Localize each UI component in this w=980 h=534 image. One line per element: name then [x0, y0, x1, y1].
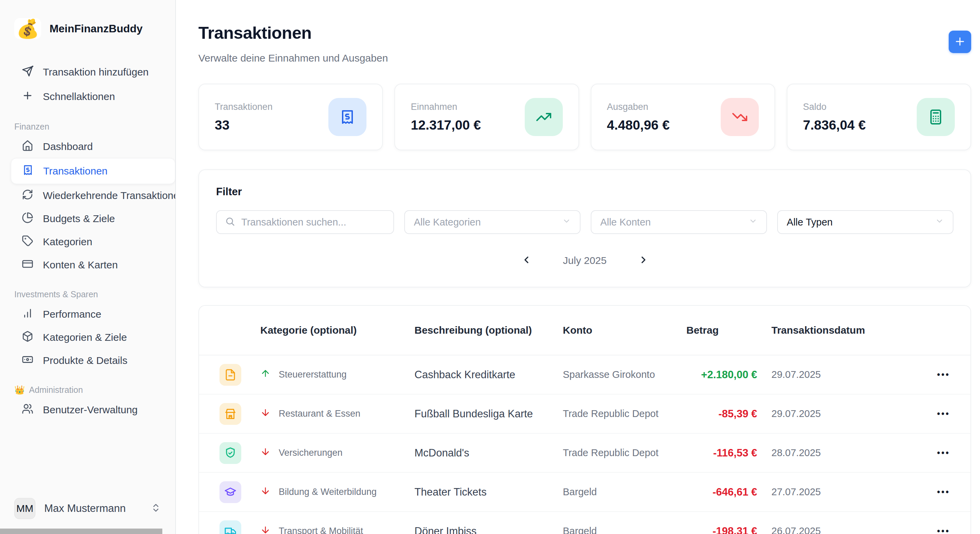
- sidebar-item-budgets-ziele[interactable]: Budgets & Ziele: [0, 207, 175, 230]
- file-icon: [220, 364, 241, 386]
- row-description: Cashback Kreditkarte: [414, 369, 563, 381]
- receipt-icon: [22, 164, 34, 178]
- send-icon: [22, 65, 33, 79]
- bar-chart-icon: [22, 307, 33, 321]
- account-filter-select[interactable]: Alle Konten: [591, 210, 767, 234]
- row-date: 27.07.2025: [757, 486, 909, 497]
- brand-name: MeinFinanzBuddy: [49, 22, 143, 35]
- plus-icon: [954, 35, 966, 49]
- row-description: Fußball Bundesliga Karte: [414, 408, 563, 420]
- row-category: Transport & Mobilität: [279, 526, 363, 534]
- stat-label: Saldo: [803, 102, 865, 112]
- stat-cards: Transaktionen 33 Einnahmen 12.317,00 € A…: [198, 84, 971, 150]
- table-row[interactable]: Transport & Mobilität Döner Imbiss Barge…: [199, 512, 970, 534]
- row-category: Versicherungen: [279, 448, 343, 458]
- plus-icon: [22, 90, 33, 104]
- add-transaction-button[interactable]: [949, 30, 971, 53]
- search-input[interactable]: [241, 217, 385, 228]
- row-date: 28.07.2025: [757, 447, 909, 458]
- table-header-row: Kategorie (optional) Beschreibung (optio…: [199, 306, 970, 356]
- sidebar-item-label: Wiederkehrende Transaktionen: [43, 190, 175, 201]
- stat-label: Transaktionen: [215, 102, 272, 112]
- credit-card-icon: [22, 258, 33, 272]
- home-icon: [22, 140, 33, 154]
- calculator-icon: [917, 98, 955, 136]
- row-menu-button[interactable]: •••: [937, 448, 950, 458]
- sidebar-item-label: Konten & Karten: [43, 259, 118, 271]
- sidebar-item-dashboard[interactable]: Dashboard: [0, 135, 175, 158]
- table-row[interactable]: Steuererstattung Cashback Kreditkarte Sp…: [199, 356, 970, 394]
- row-account: Sparkasse Girokonto: [563, 369, 675, 380]
- users-icon: [22, 403, 33, 417]
- avatar: MM: [14, 498, 35, 519]
- row-account: Trade Republic Depot: [563, 408, 675, 420]
- sidebar-item-label: Schnellaktionen: [43, 91, 115, 102]
- store-icon: [220, 403, 241, 425]
- chevrons-up-down-icon: [151, 503, 161, 514]
- sidebar-item-label: Performance: [43, 308, 102, 320]
- horizontal-scrollbar[interactable]: [0, 529, 162, 534]
- table-row[interactable]: Bildung & Weiterbildung Theater Tickets …: [199, 473, 970, 512]
- search-icon: [225, 216, 235, 228]
- sidebar-item-transaktionen[interactable]: Transaktionen: [11, 158, 175, 184]
- page-title: Transaktionen: [198, 23, 388, 43]
- sidebar: 💰 MeinFinanzBuddy Transaktion hinzufügen…: [0, 0, 176, 534]
- user-menu[interactable]: MM Max Mustermann: [0, 498, 175, 519]
- column-header-beschreibung: Beschreibung (optional): [414, 324, 563, 336]
- row-menu-button[interactable]: •••: [937, 370, 950, 380]
- crown-icon: 👑: [14, 385, 25, 395]
- stat-value: 4.480,96 €: [607, 118, 670, 133]
- sidebar-item-konten-karten[interactable]: Konten & Karten: [0, 253, 175, 277]
- sidebar-item-performance[interactable]: Performance: [0, 303, 175, 326]
- column-header-konto: Konto: [563, 324, 675, 336]
- box-icon: [22, 331, 33, 345]
- current-month-label: July 2025: [554, 255, 616, 266]
- sidebar-item-add-transaction[interactable]: Transaktion hinzufügen: [0, 60, 175, 84]
- row-category: Bildung & Weiterbildung: [279, 487, 377, 497]
- sidebar-item-label: Kategorien & Ziele: [43, 332, 127, 343]
- arrow-up-icon: [260, 368, 270, 381]
- previous-month-button[interactable]: [521, 254, 532, 266]
- next-month-button[interactable]: [638, 254, 649, 266]
- filter-title: Filter: [216, 186, 953, 198]
- arrow-down-icon: [260, 486, 270, 498]
- transactions-table: Kategorie (optional) Beschreibung (optio…: [198, 305, 971, 534]
- arrow-down-icon: [260, 525, 270, 534]
- table-row[interactable]: Restaurant & Essen Fußball Bundesliga Ka…: [199, 394, 970, 434]
- banknote-icon: [22, 354, 33, 368]
- sidebar-item-quick-actions[interactable]: Schnellaktionen: [0, 84, 175, 109]
- row-menu-button[interactable]: •••: [937, 526, 950, 534]
- main-content: Transaktionen Verwalte deine Einnahmen u…: [176, 0, 980, 534]
- sidebar-item-benutzer-verwaltung[interactable]: Benutzer-Verwaltung: [0, 398, 175, 421]
- sidebar-item-label: Kategorien: [43, 236, 92, 248]
- chevron-right-icon: [638, 254, 649, 266]
- row-menu-button[interactable]: •••: [937, 487, 950, 497]
- chevron-left-icon: [521, 254, 532, 266]
- row-account: Trade Republic Depot: [563, 447, 675, 458]
- category-filter-select[interactable]: Alle Kategorien: [404, 210, 581, 234]
- row-date: 29.07.2025: [757, 408, 909, 420]
- row-date: 26.07.2025: [757, 526, 909, 534]
- sidebar-item-produkte-details[interactable]: Produkte & Details: [0, 349, 175, 372]
- table-row[interactable]: Versicherungen McDonald's Trade Republic…: [199, 434, 970, 473]
- row-description: Döner Imbiss: [414, 525, 563, 534]
- stat-value: 33: [215, 118, 272, 133]
- sidebar-item-kategorien[interactable]: Kategorien: [0, 230, 175, 253]
- sidebar-item-label: Produkte & Details: [43, 355, 127, 366]
- stat-card-ausgaben: Ausgaben 4.480,96 €: [591, 84, 775, 150]
- stat-label: Einnahmen: [411, 102, 481, 112]
- sidebar-item-kategorien-ziele[interactable]: Kategorien & Ziele: [0, 326, 175, 349]
- type-filter-select[interactable]: Alle Typen: [777, 210, 953, 234]
- sidebar-item-wiederkehrende-transaktionen[interactable]: Wiederkehrende Transaktionen: [0, 184, 175, 207]
- arrow-down-icon: [260, 407, 270, 420]
- money-bag-icon: 💰: [14, 18, 41, 39]
- trending-up-icon: [525, 98, 563, 136]
- search-box: [216, 210, 394, 234]
- trending-down-icon: [721, 98, 759, 136]
- brand: 💰 MeinFinanzBuddy: [0, 12, 175, 45]
- stat-card-einnahmen: Einnahmen 12.317,00 €: [395, 84, 579, 150]
- row-date: 29.07.2025: [757, 369, 909, 380]
- page-subtitle: Verwalte deine Einnahmen und Ausgaben: [198, 52, 388, 64]
- sidebar-item-label: Dashboard: [43, 141, 93, 153]
- row-menu-button[interactable]: •••: [937, 409, 950, 419]
